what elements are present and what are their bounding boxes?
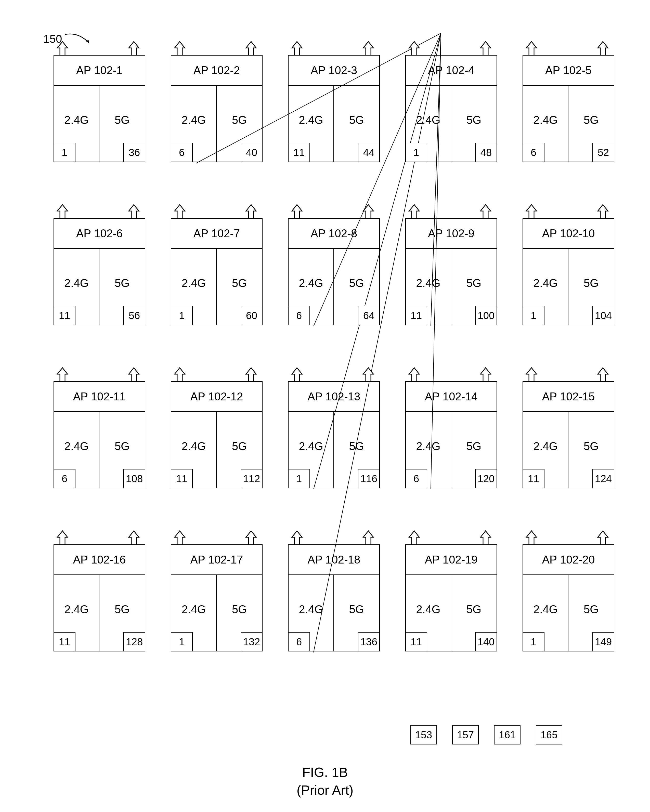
antenna-icon	[479, 40, 494, 56]
band-label-5g: 5G	[99, 603, 145, 616]
band-label-5g: 5G	[568, 440, 614, 453]
ap-radio-5g: 5G124	[568, 412, 614, 488]
band-label-5g: 5G	[217, 114, 262, 127]
antenna-icon	[525, 203, 540, 219]
band-label-24g: 2.4G	[171, 603, 216, 616]
channel-5g: 100	[475, 306, 497, 325]
channel-24g: 6	[405, 469, 427, 488]
antenna-icon	[408, 40, 423, 56]
ap-radio-5g: 5G104	[568, 249, 614, 325]
ap-radio-24g: 2.4G11	[405, 575, 451, 652]
ap-radio-5g: 5G64	[334, 249, 380, 325]
channel-5g: 136	[358, 632, 380, 652]
ap-radio-24g: 2.4G6	[171, 85, 217, 162]
antenna-icon	[127, 530, 143, 545]
antenna-icon	[408, 530, 423, 545]
band-label-24g: 2.4G	[288, 603, 333, 616]
channel-24g: 6	[523, 143, 545, 162]
ap-title: AP 102-7	[171, 218, 262, 249]
band-label-5g: 5G	[334, 114, 379, 127]
band-label-5g: 5G	[568, 114, 614, 127]
ap-radio-24g: 2.4G11	[405, 249, 451, 325]
antenna-icon	[56, 366, 72, 382]
ap-block: AP 102-122.4G115G112	[171, 381, 262, 488]
ap-radio-5g: 5G36	[99, 85, 145, 162]
channel-5g: 116	[358, 469, 380, 488]
ap-radio-24g: 2.4G11	[53, 249, 99, 325]
extra-channel-box: 165	[536, 725, 562, 745]
antenna-icon	[362, 203, 377, 219]
ap-block: AP 102-182.4G65G136	[288, 544, 380, 652]
antenna-icon	[362, 530, 377, 545]
figure-caption: FIG. 1B	[0, 765, 650, 780]
diagram-page: 150 AP 102-12.4G15G36AP 102-22.4G65G40AP…	[0, 0, 650, 812]
band-label-24g: 2.4G	[54, 114, 99, 127]
ap-title: AP 102-12	[171, 381, 262, 412]
antenna-icon	[597, 530, 612, 545]
ap-radio-24g: 2.4G6	[523, 85, 568, 162]
ap-title: AP 102-17	[171, 544, 262, 575]
ap-radio-24g: 2.4G1	[53, 85, 99, 162]
channel-24g: 11	[53, 306, 75, 325]
ap-radio-5g: 5G108	[99, 412, 145, 488]
ap-block: AP 102-132.4G15G116	[288, 381, 380, 488]
ap-radio-5g: 5G128	[99, 575, 145, 652]
band-label-24g: 2.4G	[171, 277, 216, 290]
channel-24g: 1	[523, 632, 545, 652]
antenna-icon	[291, 203, 306, 219]
antenna-icon	[127, 203, 143, 219]
channel-5g: 132	[241, 632, 262, 652]
ap-block: AP 102-192.4G115G140	[405, 544, 497, 652]
ap-radio-24g: 2.4G1	[171, 575, 217, 652]
band-label-24g: 2.4G	[54, 277, 99, 290]
ap-grid: AP 102-12.4G15G36AP 102-22.4G65G40AP 102…	[53, 55, 614, 652]
ap-radio-24g: 2.4G11	[288, 85, 334, 162]
channel-24g: 1	[288, 469, 310, 488]
band-label-24g: 2.4G	[523, 114, 568, 127]
band-label-24g: 2.4G	[523, 603, 568, 616]
ap-radio-24g: 2.4G6	[288, 249, 334, 325]
ap-block: AP 102-162.4G115G128	[53, 544, 145, 652]
ap-radio-5g: 5G48	[451, 85, 497, 162]
ap-title: AP 102-5	[523, 55, 614, 85]
channel-24g: 1	[171, 632, 193, 652]
ap-radio-24g: 2.4G11	[53, 575, 99, 652]
ap-radio-5g: 5G140	[451, 575, 497, 652]
band-label-5g: 5G	[99, 277, 145, 290]
ap-title: AP 102-18	[288, 544, 380, 575]
channel-5g: 112	[241, 469, 262, 488]
band-label-5g: 5G	[451, 114, 497, 127]
ap-radio-24g: 2.4G1	[288, 412, 334, 488]
band-label-24g: 2.4G	[171, 114, 216, 127]
ap-title: AP 102-3	[288, 55, 380, 85]
channel-5g: 48	[475, 143, 497, 162]
ap-title: AP 102-10	[523, 218, 614, 249]
antenna-icon	[525, 366, 540, 382]
ap-block: AP 102-172.4G15G132	[171, 544, 262, 652]
ap-block: AP 102-142.4G65G120	[405, 381, 497, 488]
channel-24g: 6	[171, 143, 193, 162]
band-label-24g: 2.4G	[523, 440, 568, 453]
channel-5g: 56	[124, 306, 145, 325]
ap-title: AP 102-9	[405, 218, 497, 249]
antenna-icon	[525, 530, 540, 545]
channel-24g: 6	[288, 632, 310, 652]
ap-radio-24g: 2.4G6	[405, 412, 451, 488]
ap-block: AP 102-112.4G65G108	[53, 381, 145, 488]
ap-title: AP 102-13	[288, 381, 380, 412]
channel-5g: 52	[592, 143, 614, 162]
ap-radio-24g: 2.4G1	[523, 249, 568, 325]
channel-5g: 149	[592, 632, 614, 652]
band-label-5g: 5G	[334, 440, 379, 453]
antenna-icon	[291, 530, 306, 545]
antenna-icon	[245, 203, 260, 219]
antenna-icon	[173, 40, 189, 56]
antenna-icon	[479, 366, 494, 382]
antenna-icon	[173, 366, 189, 382]
ap-block: AP 102-22.4G65G40	[171, 55, 262, 162]
ap-title: AP 102-8	[288, 218, 380, 249]
channel-5g: 128	[124, 632, 145, 652]
band-label-5g: 5G	[334, 603, 379, 616]
ap-block: AP 102-32.4G115G44	[288, 55, 380, 162]
antenna-icon	[56, 530, 72, 545]
